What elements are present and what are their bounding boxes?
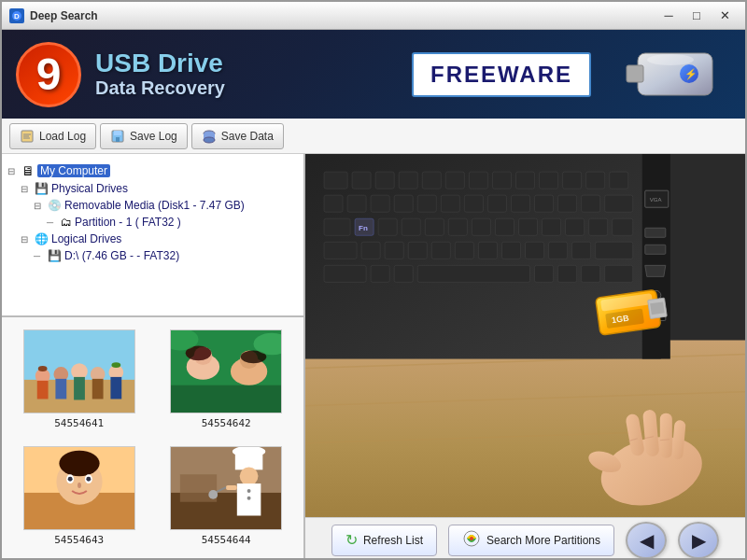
svg-rect-145: [660, 413, 672, 458]
close-button[interactable]: ✕: [712, 7, 738, 25]
load-log-icon: [20, 129, 35, 144]
svg-rect-86: [464, 195, 483, 212]
header-text: USB Drive Data Recovery: [95, 49, 393, 100]
physicaldrives-icon: 💾: [35, 182, 49, 195]
svg-rect-98: [448, 218, 467, 235]
tree-item-partition1[interactable]: ─ 🗂 Partition - 1 ( FAT32 ): [47, 214, 298, 231]
partition1-label: Partition - 1 ( FAT32 ): [75, 216, 181, 229]
svg-text:⚡: ⚡: [684, 67, 698, 80]
next-nav-button[interactable]: ▶: [678, 522, 719, 559]
maximize-button[interactable]: □: [684, 7, 710, 25]
svg-rect-88: [511, 195, 529, 212]
svg-rect-69: [375, 172, 394, 189]
svg-rect-122: [535, 265, 554, 282]
tree-item-ddrive[interactable]: ─ 💾 D:\ (7.46 GB - - FAT32): [34, 247, 298, 264]
header-banner: 9 USB Drive Data Recovery FREEWARE: [2, 30, 745, 119]
svg-rect-105: [613, 218, 633, 235]
svg-rect-130: [645, 228, 666, 237]
svg-point-16: [204, 137, 215, 143]
svg-rect-72: [445, 172, 464, 189]
tree-item-physicaldrives[interactable]: ⊟ 💾 Physical Drives: [21, 180, 298, 197]
removable-icon: 💿: [48, 199, 62, 212]
svg-rect-110: [431, 242, 450, 259]
removable-label: Removable Media (Disk1 - 7.47 GB): [64, 199, 245, 212]
save-log-button[interactable]: Save Log: [100, 123, 188, 149]
svg-text:D: D: [14, 12, 20, 21]
load-log-button[interactable]: Load Log: [9, 123, 96, 149]
svg-point-44: [59, 451, 99, 477]
svg-rect-97: [425, 218, 444, 235]
svg-rect-32: [171, 385, 281, 413]
svg-rect-114: [526, 242, 544, 259]
svg-rect-102: [543, 218, 561, 235]
thumb-item-3[interactable]: 54554643: [9, 441, 149, 551]
svg-rect-92: [605, 195, 633, 212]
svg-rect-113: [501, 242, 520, 259]
freeware-badge: FREEWARE: [412, 52, 591, 97]
thumbnails-panel[interactable]: 54554641: [2, 317, 303, 560]
svg-rect-118: [324, 265, 366, 282]
expand-partition1: ─: [47, 217, 58, 228]
usb-illustration: ⚡: [610, 37, 731, 112]
tree-panel[interactable]: ⊟ 🖥 My Computer ⊟ 💾 Physical Drives ⊟ 💿 …: [2, 154, 303, 317]
svg-rect-117: [596, 242, 633, 259]
thumb-label-2: 54554642: [202, 417, 251, 429]
svg-rect-112: [478, 242, 497, 259]
svg-rect-85: [441, 195, 459, 212]
save-data-icon: [202, 129, 217, 144]
svg-rect-75: [515, 172, 534, 189]
svg-rect-125: [605, 265, 633, 282]
load-log-label: Load Log: [39, 130, 86, 143]
svg-rect-87: [487, 195, 506, 212]
svg-rect-91: [582, 195, 600, 212]
svg-rect-68: [352, 172, 371, 189]
save-data-button[interactable]: Save Data: [191, 123, 284, 149]
search-more-partitions-button[interactable]: Search More Partitions: [448, 525, 614, 556]
svg-rect-123: [558, 265, 577, 282]
svg-point-47: [67, 477, 72, 482]
svg-rect-116: [572, 242, 591, 259]
svg-rect-104: [589, 218, 608, 235]
preview-image-container: Fn VGA: [305, 154, 745, 517]
ddrive-label: D:\ (7.46 GB - - FAT32): [64, 249, 179, 262]
svg-rect-121: [417, 265, 529, 282]
svg-point-58: [247, 497, 251, 500]
thumb-label-4: 54554644: [202, 534, 251, 546]
svg-rect-80: [324, 195, 343, 212]
svg-rect-3: [627, 65, 643, 82]
svg-rect-131: [645, 245, 666, 254]
svg-point-54: [233, 446, 265, 457]
expand-removable: ⊟: [34, 201, 45, 211]
thumb-img-1: [23, 329, 135, 413]
search-more-partitions-label: Search More Partitions: [486, 534, 600, 547]
svg-rect-101: [518, 218, 537, 235]
svg-rect-20: [37, 381, 49, 399]
minimize-button[interactable]: ─: [655, 7, 682, 25]
svg-rect-119: [371, 265, 389, 282]
svg-point-151: [470, 537, 473, 540]
expand-ddrive: ─: [34, 251, 45, 261]
logicaldrives-label: Logical Drives: [51, 232, 121, 245]
header-title-sub: Data Recovery: [95, 77, 393, 99]
thumb-item-1[interactable]: 54554641: [9, 325, 149, 434]
svg-point-6: [647, 54, 694, 65]
svg-rect-100: [495, 218, 514, 235]
physicaldrives-label: Physical Drives: [51, 182, 128, 195]
tree-item-mycomputer[interactable]: ⊟ 🖥 My Computer: [7, 161, 298, 180]
svg-rect-103: [566, 218, 585, 235]
thumb-img-4: [170, 446, 282, 530]
svg-rect-93: [324, 218, 350, 235]
tree-item-logicaldrives[interactable]: ⊟ 🌐 Logical Drives: [21, 231, 298, 247]
svg-point-57: [247, 489, 251, 493]
expand-logical: ⊟: [21, 234, 32, 245]
tree-item-removable[interactable]: ⊟ 💿 Removable Media (Disk1 - 7.47 GB): [34, 197, 298, 214]
svg-rect-83: [394, 195, 413, 212]
svg-point-48: [86, 477, 91, 482]
svg-text:VGA: VGA: [650, 197, 662, 203]
header-title-main: USB Drive: [95, 49, 393, 78]
thumb-item-2[interactable]: 54554642: [157, 325, 297, 434]
prev-nav-button[interactable]: ◀: [626, 522, 667, 559]
refresh-list-button[interactable]: ↻ Refresh List: [331, 525, 437, 556]
thumb-item-4[interactable]: 54554644: [157, 441, 297, 551]
svg-rect-12: [114, 131, 121, 135]
